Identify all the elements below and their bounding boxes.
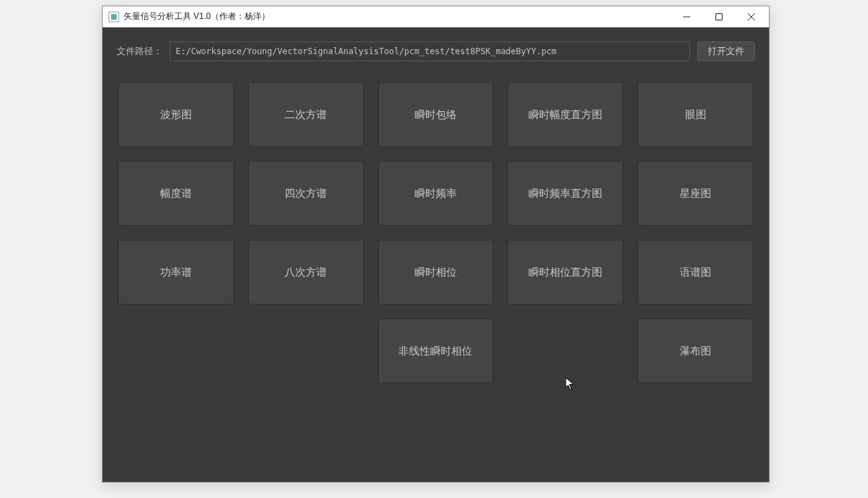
file-path-row: 文件路径： 打开文件 — [117, 42, 755, 61]
file-path-input[interactable] — [169, 42, 690, 61]
svg-rect-3 — [716, 13, 723, 20]
tile-power-spectrum[interactable]: 功率谱 — [118, 240, 234, 305]
tile-second-power-spectrum[interactable]: 二次方谱 — [248, 82, 364, 147]
tile-eye-diagram[interactable]: 眼图 — [637, 82, 753, 147]
tile-instant-amplitude-histogram[interactable]: 瞬时幅度直方图 — [507, 82, 623, 147]
close-button[interactable] — [735, 6, 767, 27]
tile-instant-frequency[interactable]: 瞬时频率 — [378, 161, 494, 226]
minimize-button[interactable] — [671, 6, 703, 27]
tile-waveform[interactable]: 波形图 — [118, 82, 234, 147]
window-title: 矢量信号分析工具 V1.0（作者：杨洋） — [124, 11, 270, 23]
tile-instant-envelope[interactable]: 瞬时包络 — [378, 82, 494, 147]
tile-eighth-power-spectrum[interactable]: 八次方谱 — [248, 240, 364, 305]
tile-constellation[interactable]: 星座图 — [637, 161, 753, 226]
tile-nonlinear-instant-phase[interactable]: 非线性瞬时相位 — [378, 319, 494, 383]
open-file-button[interactable]: 打开文件 — [697, 42, 755, 61]
titlebar: 矢量信号分析工具 V1.0（作者：杨洋） — [103, 6, 769, 27]
app-window: 矢量信号分析工具 V1.0（作者：杨洋） 文件路径： 打开文件 波形图 二次方谱… — [102, 6, 770, 483]
app-icon — [108, 11, 119, 23]
tile-waterfall[interactable]: 瀑布图 — [637, 319, 753, 383]
tool-grid: 波形图 二次方谱 瞬时包络 瞬时幅度直方图 眼图 幅度谱 四次方谱 瞬时频率 瞬… — [117, 82, 755, 383]
file-path-label: 文件路径： — [117, 45, 162, 58]
tile-instant-frequency-histogram[interactable]: 瞬时频率直方图 — [507, 161, 623, 226]
svg-rect-1 — [111, 14, 117, 20]
tile-fourth-power-spectrum[interactable]: 四次方谱 — [248, 161, 364, 226]
tile-instant-phase-histogram[interactable]: 瞬时相位直方图 — [507, 240, 623, 305]
maximize-button[interactable] — [703, 6, 735, 27]
client-area: 文件路径： 打开文件 波形图 二次方谱 瞬时包络 瞬时幅度直方图 眼图 幅度谱 … — [103, 27, 769, 482]
tile-instant-phase[interactable]: 瞬时相位 — [378, 240, 494, 305]
tile-amplitude-spectrum[interactable]: 幅度谱 — [118, 161, 234, 226]
tile-spectrogram[interactable]: 语谱图 — [637, 240, 753, 305]
